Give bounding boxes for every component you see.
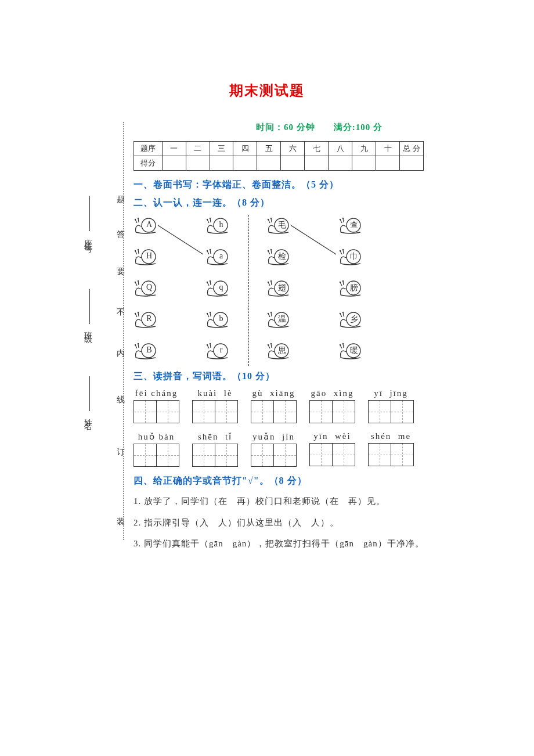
char-boxes xyxy=(368,443,414,466)
char-cell[interactable] xyxy=(368,443,391,466)
char-cell[interactable] xyxy=(192,444,215,467)
snail-item[interactable]: 查 xyxy=(338,215,364,236)
matching-activity: AHQRB haqbr 毛检翅温思 查巾膀乡暖 xyxy=(134,215,505,366)
pinyin-item: yuǎn jìn xyxy=(251,431,297,467)
svg-point-5 xyxy=(135,250,136,251)
snail-item[interactable]: R xyxy=(134,309,159,330)
seat-underline xyxy=(89,196,90,231)
pinyin-item: fēi cháng xyxy=(134,388,179,423)
svg-point-29 xyxy=(207,344,208,345)
snail-label: A xyxy=(144,220,154,229)
score-cell[interactable] xyxy=(162,156,186,171)
char-cell[interactable] xyxy=(273,444,297,467)
pinyin-text: fēi cháng xyxy=(135,388,178,398)
char-cell[interactable] xyxy=(391,443,414,466)
snail-item[interactable]: 巾 xyxy=(338,246,364,267)
snail-label: r xyxy=(216,345,226,355)
snail-item[interactable]: a xyxy=(205,246,231,267)
svg-point-46 xyxy=(270,343,272,344)
char-cell[interactable] xyxy=(215,444,238,467)
snail-item[interactable]: h xyxy=(205,215,231,236)
svg-point-37 xyxy=(270,249,272,250)
score-cell[interactable] xyxy=(281,156,305,171)
col-9: 九 xyxy=(352,142,376,156)
svg-point-49 xyxy=(342,218,344,219)
svg-point-43 xyxy=(270,312,272,313)
char-cell[interactable] xyxy=(332,443,355,466)
svg-point-48 xyxy=(340,219,341,220)
char-cell[interactable] xyxy=(156,400,179,423)
score-cell[interactable] xyxy=(376,156,400,171)
char-cell[interactable] xyxy=(156,444,179,467)
score-cell[interactable] xyxy=(186,156,210,171)
char-cell[interactable] xyxy=(134,444,157,467)
snail-label: 思 xyxy=(277,345,287,356)
char-cell[interactable] xyxy=(309,443,333,466)
pinyin-text: yī jīng xyxy=(374,388,408,398)
char-cell[interactable] xyxy=(368,400,391,423)
seat-number-label: 座位号 xyxy=(82,232,93,243)
pinyin-item: yīn wèi xyxy=(309,431,355,467)
snail-label: 暖 xyxy=(349,345,359,356)
pinyin-text: shēn tǐ xyxy=(198,431,232,442)
score-cell[interactable] xyxy=(233,156,257,171)
snail-item[interactable]: 暖 xyxy=(338,340,364,361)
svg-point-12 xyxy=(138,312,139,313)
snail-item[interactable]: 翅 xyxy=(266,278,292,298)
svg-point-39 xyxy=(268,282,269,283)
snail-item[interactable]: Q xyxy=(134,278,159,298)
col-total: 总 分 xyxy=(400,142,424,156)
col-8: 八 xyxy=(329,142,352,156)
pinyin-text: gāo xìng xyxy=(311,388,354,398)
section-2-title: 二、认一认，连一连。（8 分） xyxy=(134,197,505,209)
snail-label: R xyxy=(144,314,154,323)
score-cell[interactable] xyxy=(352,156,376,171)
snail-item[interactable]: B xyxy=(134,340,159,361)
svg-point-57 xyxy=(340,313,341,314)
snail-item[interactable]: A xyxy=(134,215,159,236)
svg-point-3 xyxy=(138,218,139,219)
snail-item[interactable]: 检 xyxy=(266,246,292,267)
row-label-1: 题序 xyxy=(134,142,163,156)
pinyin-text: gù xiāng xyxy=(252,388,295,398)
svg-point-54 xyxy=(340,282,341,283)
score-cell[interactable] xyxy=(329,156,352,171)
char-cell[interactable] xyxy=(215,400,238,423)
snail-item[interactable]: q xyxy=(205,278,231,298)
match-col-hanzi-left: 毛检翅温思 xyxy=(266,215,292,361)
snail-label: 膀 xyxy=(349,283,359,293)
page-title: 期末测试题 xyxy=(0,0,534,129)
svg-point-15 xyxy=(138,343,139,344)
svg-line-0 xyxy=(158,225,203,254)
svg-point-20 xyxy=(207,250,208,251)
snail-item[interactable]: r xyxy=(205,340,231,361)
pinyin-item: huǒ bàn xyxy=(134,431,179,467)
score-cell[interactable] xyxy=(305,156,329,171)
snail-item[interactable]: 膀 xyxy=(338,278,364,298)
snail-label: 翅 xyxy=(277,283,287,293)
svg-point-34 xyxy=(270,218,272,219)
char-cell[interactable] xyxy=(273,400,297,423)
snail-item[interactable]: 乡 xyxy=(338,309,364,330)
score-cell[interactable] xyxy=(257,156,281,171)
snail-item[interactable]: 思 xyxy=(266,340,292,361)
char-cell[interactable] xyxy=(134,400,157,423)
svg-point-23 xyxy=(207,282,208,283)
svg-point-6 xyxy=(138,249,139,250)
svg-point-21 xyxy=(210,249,211,250)
snail-item[interactable]: 温 xyxy=(266,309,292,330)
snail-label: 查 xyxy=(349,220,359,231)
char-cell[interactable] xyxy=(309,400,333,423)
char-cell[interactable] xyxy=(192,400,215,423)
char-cell[interactable] xyxy=(251,444,274,467)
svg-point-61 xyxy=(342,343,344,344)
char-cell[interactable] xyxy=(391,400,414,423)
snail-item[interactable]: 毛 xyxy=(266,215,292,236)
char-cell[interactable] xyxy=(332,400,355,423)
snail-item[interactable]: b xyxy=(205,309,231,330)
score-cell[interactable] xyxy=(400,156,424,171)
char-cell[interactable] xyxy=(251,400,274,423)
score-cell[interactable] xyxy=(210,156,233,171)
svg-point-18 xyxy=(210,218,211,219)
snail-item[interactable]: H xyxy=(134,246,159,267)
